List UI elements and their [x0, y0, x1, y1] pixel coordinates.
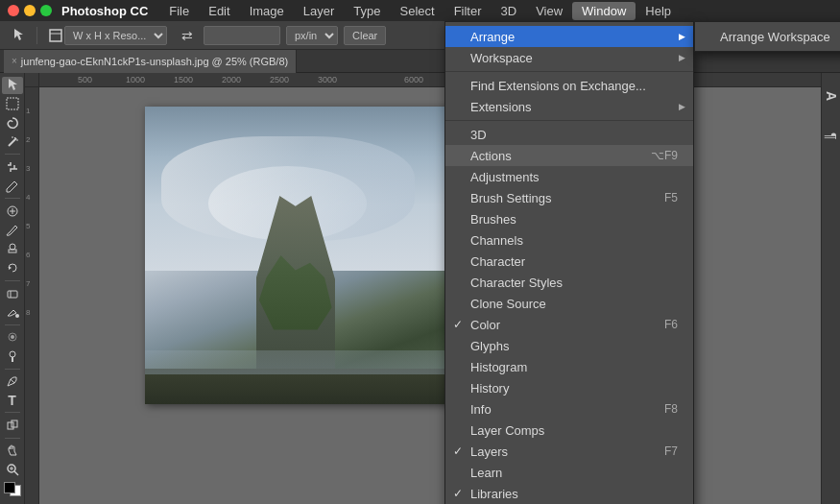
menu-label-color: Color [470, 318, 500, 332]
close-button[interactable] [8, 5, 19, 16]
menu-item-glyphs[interactable]: Glyphs [445, 335, 693, 356]
ruler-h-tick-2500: 2500 [270, 75, 289, 84]
menu-item-brushes[interactable]: Brushes [445, 208, 693, 229]
menu-item-3d[interactable]: 3D [445, 124, 693, 145]
tool-crop[interactable] [2, 158, 23, 176]
tool-hand[interactable] [2, 443, 23, 460]
document-tab[interactable]: × junfeng-gao-cEknN1ckP1s-unsplash.jpg @… [4, 50, 297, 73]
ruler-h-tick-1000: 1000 [126, 75, 145, 84]
tool-stamp[interactable] [2, 240, 23, 257]
menu-edit[interactable]: Edit [199, 2, 239, 20]
menu-item-libraries[interactable]: ✓ Libraries [445, 483, 693, 504]
maximize-button[interactable] [40, 5, 52, 16]
menu-item-layers[interactable]: ✓ Layers F7 [445, 441, 693, 462]
minimize-button[interactable] [24, 5, 36, 16]
ruler-h-tick-1500: 1500 [174, 75, 193, 84]
menu-item-layer-comps[interactable]: Layer Comps [445, 420, 693, 441]
tool-paint-bucket[interactable] [2, 303, 23, 321]
canvas-content [39, 87, 821, 504]
tool-shape[interactable] [2, 417, 23, 434]
fg-bg-colors[interactable] [2, 482, 23, 500]
menu-shortcut-brush-settings: F5 [664, 191, 678, 204]
width-input[interactable] [204, 26, 280, 45]
submenu-item-arrange-workspace[interactable]: Arrange Workspace [695, 26, 840, 47]
svg-point-21 [10, 351, 15, 357]
menu-shortcut-info: F8 [664, 402, 678, 416]
canvas-image [145, 107, 462, 404]
right-panel-character-btn[interactable]: A [824, 77, 839, 115]
menu-label-brush-settings: Brush Settings [470, 191, 552, 205]
menu-item-clone-source[interactable]: Clone Source [445, 293, 693, 314]
menu-label-channels: Channels [470, 233, 523, 248]
svg-line-9 [14, 181, 17, 184]
right-panel-paragraph-btn[interactable]: ¶ [824, 117, 839, 156]
menu-item-color[interactable]: ✓ Color F6 [445, 314, 693, 335]
tool-pen[interactable] [2, 372, 23, 390]
tab-close[interactable]: × [12, 56, 17, 66]
menu-view[interactable]: View [526, 2, 572, 20]
menu-check-color: ✓ [453, 318, 463, 331]
swap-icon[interactable]: ⇄ [177, 25, 198, 46]
tool-zoom[interactable] [2, 461, 23, 478]
svg-rect-4 [7, 98, 18, 109]
menu-item-extensions[interactable]: Extensions [445, 96, 693, 117]
tabbar: × junfeng-gao-cEknN1ckP1s-unsplash.jpg @… [0, 50, 840, 73]
menu-file[interactable]: File [159, 2, 199, 20]
menu-window[interactable]: Window [572, 2, 636, 20]
app-name: Photoshop CC [61, 4, 148, 18]
tool-eraser[interactable] [2, 284, 23, 301]
tool-history-brush[interactable] [2, 259, 23, 276]
ruler-v-tick-8: 8 [26, 308, 30, 317]
tool-eyedropper[interactable] [2, 178, 23, 195]
menu-label-character: Character [470, 254, 525, 269]
tool-blur[interactable] [2, 328, 23, 346]
menu-item-channels[interactable]: Channels [445, 229, 693, 251]
shape-select-icon[interactable]: W x H x Reso... [45, 25, 171, 46]
tool-dodge[interactable] [2, 348, 23, 365]
menu-item-info[interactable]: Info F8 [445, 398, 693, 420]
menu-layer[interactable]: Layer [294, 2, 345, 20]
menu-item-character-styles[interactable]: Character Styles [445, 272, 693, 293]
tool-brush[interactable] [2, 222, 23, 239]
svg-rect-23 [8, 422, 13, 429]
unit-select[interactable]: px/in [286, 26, 338, 45]
tool-move[interactable] [2, 77, 23, 94]
menu-item-actions[interactable]: Actions ⌥F9 [445, 145, 693, 166]
menu-label-clone-source: Clone Source [470, 297, 546, 311]
menu-sep-1 [445, 71, 693, 72]
menu-item-arrange[interactable]: Arrange [445, 26, 693, 47]
menu-shortcut-layers: F7 [664, 444, 678, 458]
clear-button[interactable]: Clear [344, 26, 386, 45]
menu-item-character[interactable]: Character [445, 251, 693, 272]
menu-3d[interactable]: 3D [492, 2, 527, 20]
menu-type[interactable]: Type [344, 2, 390, 20]
menu-item-histogram[interactable]: Histogram [445, 356, 693, 377]
menu-help[interactable]: Help [636, 2, 681, 20]
tool-lasso[interactable] [2, 114, 23, 132]
menu-item-workspace[interactable]: Workspace [445, 47, 693, 68]
menu-item-learn[interactable]: Learn [445, 462, 693, 483]
menu-label-extensions: Extensions [470, 100, 532, 114]
tool-marquee[interactable] [2, 96, 23, 113]
menu-label-adjustments: Adjustments [470, 170, 540, 184]
menu-item-brush-settings[interactable]: Brush Settings F5 [445, 187, 693, 208]
tool-sep-2 [5, 198, 20, 199]
menu-select[interactable]: Select [390, 2, 444, 20]
tool-type[interactable]: T [2, 392, 23, 409]
menu-filter[interactable]: Filter [444, 2, 492, 20]
menu-item-find-extensions[interactable]: Find Extensions on Exchange... [445, 75, 693, 96]
move-tool-icon[interactable] [8, 25, 29, 46]
menu-check-libraries: ✓ [453, 487, 463, 500]
menu-shortcut-actions: ⌥F9 [651, 149, 678, 162]
ruler-v-tick-5: 5 [26, 222, 30, 230]
svg-point-20 [11, 335, 14, 339]
fg-color[interactable] [4, 482, 15, 493]
menu-label-actions: Actions [470, 149, 512, 163]
menu-image[interactable]: Image [240, 2, 294, 20]
menu-label-layers: Layers [470, 444, 508, 459]
tool-heal[interactable] [2, 203, 23, 220]
menu-item-history[interactable]: History [445, 377, 693, 398]
shape-select-dropdown[interactable]: W x H x Reso... [64, 26, 167, 45]
menu-item-adjustments[interactable]: Adjustments [445, 166, 693, 187]
tool-wand[interactable] [2, 133, 23, 151]
